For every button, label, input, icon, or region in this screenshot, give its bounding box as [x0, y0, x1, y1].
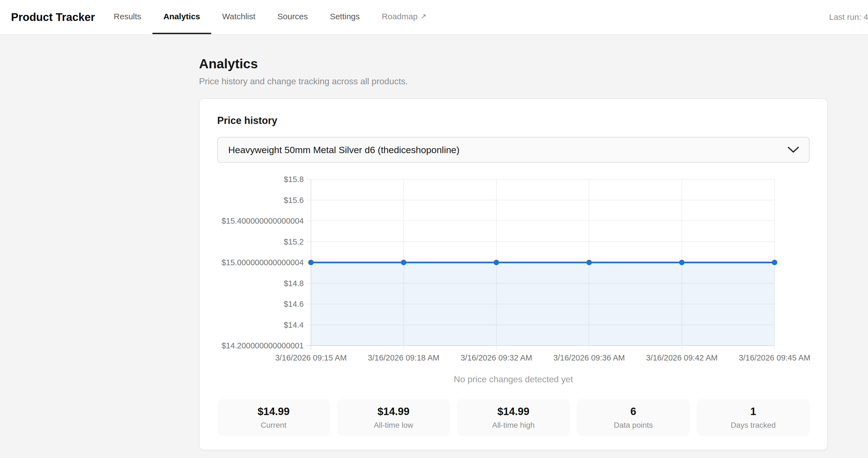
product-select-wrap: Heavyweight 50mm Metal Silver d6 (thedic… [217, 137, 810, 163]
svg-text:$15.8: $15.8 [284, 176, 304, 184]
last-run-status: Last run: 48 [829, 12, 868, 22]
external-link-icon: ↗ [421, 12, 427, 21]
stat-days-tracked: 1 Days tracked [697, 399, 810, 436]
svg-text:$14.4: $14.4 [284, 321, 304, 329]
no-changes-note: No price changes detected yet [217, 374, 810, 385]
svg-text:3/16/2026 09:18 AM: 3/16/2026 09:18 AM [368, 353, 440, 362]
svg-text:$14.200000000000001: $14.200000000000001 [222, 341, 304, 350]
svg-text:$14.6: $14.6 [284, 300, 304, 308]
main-nav: Results Analytics Watchlist Sources Sett… [103, 0, 437, 34]
svg-text:3/16/2026 09:32 AM: 3/16/2026 09:32 AM [461, 353, 532, 362]
main-content: Analytics Price history and change track… [0, 35, 868, 450]
svg-text:$15.000000000000004: $15.000000000000004 [222, 258, 304, 267]
stat-all-time-high: $14.99 All-time high [457, 399, 570, 436]
tab-sources[interactable]: Sources [267, 0, 319, 34]
svg-text:3/16/2026 09:15 AM: 3/16/2026 09:15 AM [275, 353, 347, 362]
tab-watchlist[interactable]: Watchlist [211, 0, 267, 34]
price-history-card: Price history Heavyweight 50mm Metal Sil… [199, 98, 828, 450]
svg-text:$15.6: $15.6 [284, 196, 304, 205]
stat-value: 1 [750, 406, 756, 418]
svg-text:3/16/2026 09:45 AM: 3/16/2026 09:45 AM [739, 353, 810, 362]
stat-value: $14.99 [377, 406, 409, 418]
stat-label: All-time high [492, 421, 534, 430]
stat-label: Current [261, 421, 286, 430]
page-title: Analytics [199, 56, 868, 71]
stat-all-time-low: $14.99 All-time low [337, 399, 450, 436]
stat-label: Data points [614, 421, 653, 430]
price-history-title: Price history [217, 114, 810, 127]
price-chart-container: $15.8$15.6$15.400000000000004$15.2$15.00… [217, 176, 811, 366]
svg-text:$14.8: $14.8 [284, 279, 304, 288]
svg-text:3/16/2026 09:36 AM: 3/16/2026 09:36 AM [553, 353, 625, 362]
tab-roadmap[interactable]: Roadmap ↗ [371, 0, 437, 34]
app-header: Product Tracker Results Analytics Watchl… [0, 0, 868, 35]
tab-analytics[interactable]: Analytics [152, 0, 211, 34]
stat-current: $14.99 Current [217, 399, 330, 436]
stat-label: Days tracked [731, 421, 776, 430]
svg-text:3/16/2026 09:42 AM: 3/16/2026 09:42 AM [646, 353, 718, 362]
svg-text:$15.2: $15.2 [284, 237, 304, 246]
svg-text:$15.400000000000004: $15.400000000000004 [222, 217, 304, 225]
stat-value: 6 [630, 406, 636, 418]
stat-label: All-time low [374, 421, 413, 430]
product-select[interactable]: Heavyweight 50mm Metal Silver d6 (thedic… [217, 137, 810, 163]
tab-results[interactable]: Results [103, 0, 152, 34]
price-chart: $15.8$15.6$15.400000000000004$15.2$15.00… [217, 176, 811, 366]
stat-data-points: 6 Data points [577, 399, 690, 436]
app-title: Product Tracker [11, 11, 95, 24]
stat-value: $14.99 [257, 406, 289, 418]
stat-value: $14.99 [497, 406, 529, 418]
tab-settings[interactable]: Settings [319, 0, 371, 34]
stats-row: $14.99 Current $14.99 All-time low $14.9… [217, 399, 810, 436]
page-subtitle: Price history and change tracking across… [199, 76, 868, 87]
